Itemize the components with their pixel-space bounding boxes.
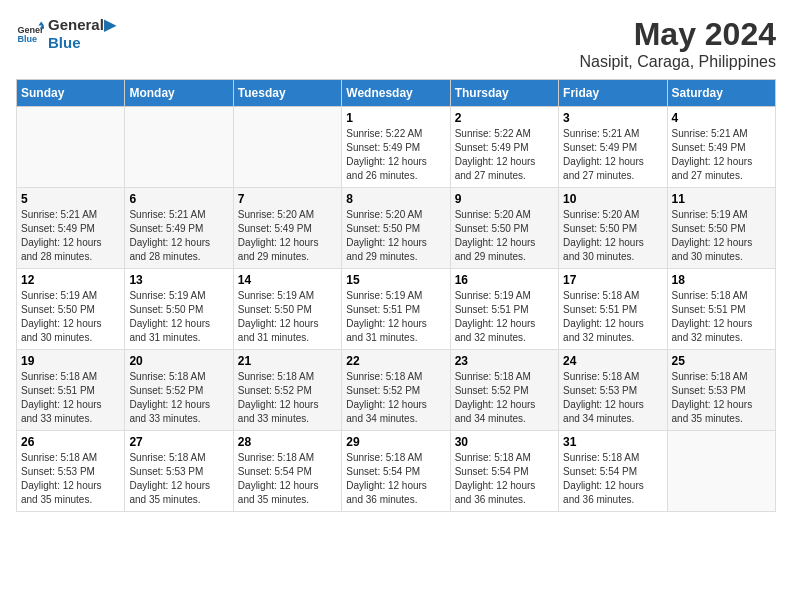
- day-info: Sunrise: 5:19 AM Sunset: 5:50 PM Dayligh…: [238, 289, 337, 345]
- day-info: Sunrise: 5:21 AM Sunset: 5:49 PM Dayligh…: [129, 208, 228, 264]
- day-number: 13: [129, 273, 228, 287]
- calendar-cell: 3Sunrise: 5:21 AM Sunset: 5:49 PM Daylig…: [559, 107, 667, 188]
- calendar-week-row: 26Sunrise: 5:18 AM Sunset: 5:53 PM Dayli…: [17, 431, 776, 512]
- page-subtitle: Nasipit, Caraga, Philippines: [579, 53, 776, 71]
- day-number: 17: [563, 273, 662, 287]
- day-info: Sunrise: 5:21 AM Sunset: 5:49 PM Dayligh…: [21, 208, 120, 264]
- calendar-cell: 4Sunrise: 5:21 AM Sunset: 5:49 PM Daylig…: [667, 107, 775, 188]
- day-info: Sunrise: 5:19 AM Sunset: 5:51 PM Dayligh…: [455, 289, 554, 345]
- day-info: Sunrise: 5:18 AM Sunset: 5:53 PM Dayligh…: [21, 451, 120, 507]
- day-info: Sunrise: 5:18 AM Sunset: 5:53 PM Dayligh…: [129, 451, 228, 507]
- day-number: 6: [129, 192, 228, 206]
- calendar-cell: 13Sunrise: 5:19 AM Sunset: 5:50 PM Dayli…: [125, 269, 233, 350]
- day-info: Sunrise: 5:18 AM Sunset: 5:51 PM Dayligh…: [672, 289, 771, 345]
- day-number: 5: [21, 192, 120, 206]
- calendar-cell: 6Sunrise: 5:21 AM Sunset: 5:49 PM Daylig…: [125, 188, 233, 269]
- day-number: 14: [238, 273, 337, 287]
- calendar-cell: 9Sunrise: 5:20 AM Sunset: 5:50 PM Daylig…: [450, 188, 558, 269]
- calendar-header-row: SundayMondayTuesdayWednesdayThursdayFrid…: [17, 80, 776, 107]
- calendar-cell: 5Sunrise: 5:21 AM Sunset: 5:49 PM Daylig…: [17, 188, 125, 269]
- calendar-cell: 15Sunrise: 5:19 AM Sunset: 5:51 PM Dayli…: [342, 269, 450, 350]
- logo: General Blue General▶ Blue: [16, 16, 116, 51]
- day-number: 11: [672, 192, 771, 206]
- calendar-cell: 27Sunrise: 5:18 AM Sunset: 5:53 PM Dayli…: [125, 431, 233, 512]
- svg-text:General: General: [17, 24, 44, 34]
- day-number: 24: [563, 354, 662, 368]
- day-number: 10: [563, 192, 662, 206]
- day-info: Sunrise: 5:18 AM Sunset: 5:54 PM Dayligh…: [455, 451, 554, 507]
- day-number: 28: [238, 435, 337, 449]
- page-title: May 2024: [579, 16, 776, 53]
- calendar-cell: 24Sunrise: 5:18 AM Sunset: 5:53 PM Dayli…: [559, 350, 667, 431]
- calendar-cell: 14Sunrise: 5:19 AM Sunset: 5:50 PM Dayli…: [233, 269, 341, 350]
- day-info: Sunrise: 5:18 AM Sunset: 5:52 PM Dayligh…: [129, 370, 228, 426]
- day-number: 23: [455, 354, 554, 368]
- day-number: 19: [21, 354, 120, 368]
- day-number: 26: [21, 435, 120, 449]
- day-number: 29: [346, 435, 445, 449]
- calendar-week-row: 12Sunrise: 5:19 AM Sunset: 5:50 PM Dayli…: [17, 269, 776, 350]
- calendar-cell: 29Sunrise: 5:18 AM Sunset: 5:54 PM Dayli…: [342, 431, 450, 512]
- day-info: Sunrise: 5:18 AM Sunset: 5:52 PM Dayligh…: [346, 370, 445, 426]
- calendar-cell: 28Sunrise: 5:18 AM Sunset: 5:54 PM Dayli…: [233, 431, 341, 512]
- day-number: 20: [129, 354, 228, 368]
- calendar-cell: 31Sunrise: 5:18 AM Sunset: 5:54 PM Dayli…: [559, 431, 667, 512]
- calendar-cell: 25Sunrise: 5:18 AM Sunset: 5:53 PM Dayli…: [667, 350, 775, 431]
- day-header-friday: Friday: [559, 80, 667, 107]
- calendar-cell: 7Sunrise: 5:20 AM Sunset: 5:49 PM Daylig…: [233, 188, 341, 269]
- day-info: Sunrise: 5:19 AM Sunset: 5:50 PM Dayligh…: [129, 289, 228, 345]
- calendar-cell: 23Sunrise: 5:18 AM Sunset: 5:52 PM Dayli…: [450, 350, 558, 431]
- calendar-cell: 2Sunrise: 5:22 AM Sunset: 5:49 PM Daylig…: [450, 107, 558, 188]
- day-number: 16: [455, 273, 554, 287]
- day-header-saturday: Saturday: [667, 80, 775, 107]
- svg-text:Blue: Blue: [17, 34, 37, 44]
- day-info: Sunrise: 5:18 AM Sunset: 5:54 PM Dayligh…: [563, 451, 662, 507]
- day-header-thursday: Thursday: [450, 80, 558, 107]
- day-number: 9: [455, 192, 554, 206]
- day-header-monday: Monday: [125, 80, 233, 107]
- day-number: 4: [672, 111, 771, 125]
- day-info: Sunrise: 5:20 AM Sunset: 5:50 PM Dayligh…: [346, 208, 445, 264]
- day-number: 27: [129, 435, 228, 449]
- day-info: Sunrise: 5:21 AM Sunset: 5:49 PM Dayligh…: [672, 127, 771, 183]
- day-header-tuesday: Tuesday: [233, 80, 341, 107]
- calendar-cell: 1Sunrise: 5:22 AM Sunset: 5:49 PM Daylig…: [342, 107, 450, 188]
- calendar-cell: [125, 107, 233, 188]
- calendar-cell: 11Sunrise: 5:19 AM Sunset: 5:50 PM Dayli…: [667, 188, 775, 269]
- calendar-cell: 16Sunrise: 5:19 AM Sunset: 5:51 PM Dayli…: [450, 269, 558, 350]
- day-number: 25: [672, 354, 771, 368]
- calendar-week-row: 5Sunrise: 5:21 AM Sunset: 5:49 PM Daylig…: [17, 188, 776, 269]
- day-number: 18: [672, 273, 771, 287]
- day-info: Sunrise: 5:20 AM Sunset: 5:50 PM Dayligh…: [455, 208, 554, 264]
- day-number: 8: [346, 192, 445, 206]
- calendar-cell: 12Sunrise: 5:19 AM Sunset: 5:50 PM Dayli…: [17, 269, 125, 350]
- calendar-cell: 20Sunrise: 5:18 AM Sunset: 5:52 PM Dayli…: [125, 350, 233, 431]
- calendar-week-row: 1Sunrise: 5:22 AM Sunset: 5:49 PM Daylig…: [17, 107, 776, 188]
- calendar-cell: 22Sunrise: 5:18 AM Sunset: 5:52 PM Dayli…: [342, 350, 450, 431]
- day-number: 22: [346, 354, 445, 368]
- day-info: Sunrise: 5:18 AM Sunset: 5:53 PM Dayligh…: [563, 370, 662, 426]
- day-number: 7: [238, 192, 337, 206]
- header: General Blue General▶ Blue May 2024 Nasi…: [16, 16, 776, 71]
- calendar-cell: 10Sunrise: 5:20 AM Sunset: 5:50 PM Dayli…: [559, 188, 667, 269]
- day-number: 30: [455, 435, 554, 449]
- day-info: Sunrise: 5:20 AM Sunset: 5:50 PM Dayligh…: [563, 208, 662, 264]
- calendar-cell: 21Sunrise: 5:18 AM Sunset: 5:52 PM Dayli…: [233, 350, 341, 431]
- day-info: Sunrise: 5:18 AM Sunset: 5:54 PM Dayligh…: [238, 451, 337, 507]
- calendar-cell: 8Sunrise: 5:20 AM Sunset: 5:50 PM Daylig…: [342, 188, 450, 269]
- day-number: 31: [563, 435, 662, 449]
- day-info: Sunrise: 5:21 AM Sunset: 5:49 PM Dayligh…: [563, 127, 662, 183]
- calendar-cell: [17, 107, 125, 188]
- day-info: Sunrise: 5:19 AM Sunset: 5:50 PM Dayligh…: [672, 208, 771, 264]
- calendar-cell: 26Sunrise: 5:18 AM Sunset: 5:53 PM Dayli…: [17, 431, 125, 512]
- day-header-wednesday: Wednesday: [342, 80, 450, 107]
- calendar-table: SundayMondayTuesdayWednesdayThursdayFrid…: [16, 79, 776, 512]
- calendar-cell: 17Sunrise: 5:18 AM Sunset: 5:51 PM Dayli…: [559, 269, 667, 350]
- calendar-cell: [667, 431, 775, 512]
- day-info: Sunrise: 5:19 AM Sunset: 5:50 PM Dayligh…: [21, 289, 120, 345]
- logo-icon: General Blue: [16, 20, 44, 48]
- day-number: 15: [346, 273, 445, 287]
- day-header-sunday: Sunday: [17, 80, 125, 107]
- day-number: 3: [563, 111, 662, 125]
- day-info: Sunrise: 5:18 AM Sunset: 5:51 PM Dayligh…: [21, 370, 120, 426]
